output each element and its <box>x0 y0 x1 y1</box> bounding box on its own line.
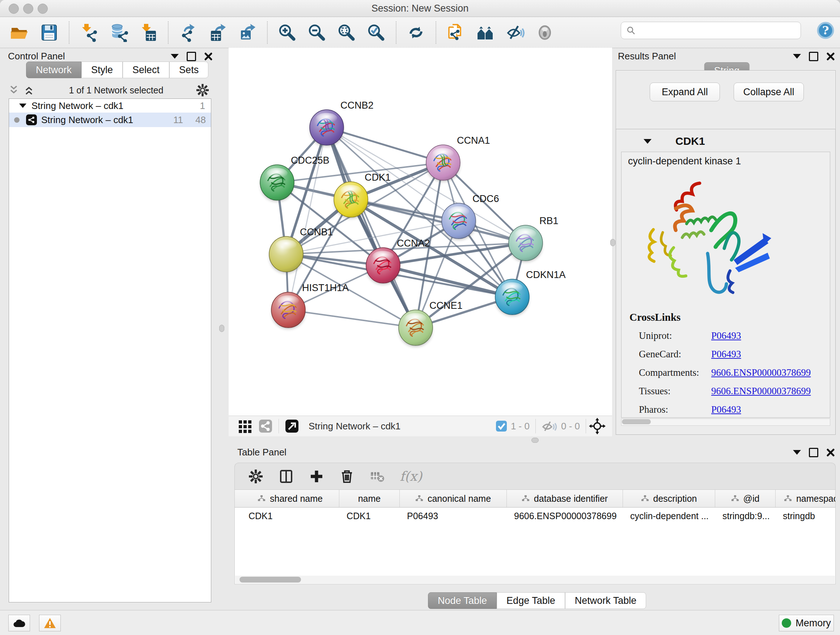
crosslink-value-link[interactable]: 9606.ENSP00000378699 <box>711 367 811 378</box>
zoom-fit-icon <box>337 23 356 42</box>
search-box[interactable] <box>621 22 801 39</box>
network-list: String Network – cdk1 1 String Network –… <box>9 98 211 602</box>
results-horizontal-scrollbar[interactable] <box>621 418 830 426</box>
node-CCNE1[interactable] <box>399 310 433 347</box>
column-header-namespace[interactable]: namespace <box>775 490 836 507</box>
tab-style[interactable]: Style <box>81 62 123 78</box>
node-CDK1[interactable] <box>334 182 368 218</box>
delete-column-trash-icon[interactable] <box>339 469 355 485</box>
zoom-selected-button[interactable] <box>366 22 386 43</box>
network-share-view-icon[interactable] <box>258 419 273 433</box>
export-table-button[interactable] <box>208 22 228 43</box>
table-settings-gear-icon[interactable] <box>248 469 264 485</box>
results-panel-collapse-icon[interactable] <box>793 54 801 59</box>
node-label-CCNA1: CCNA1 <box>457 135 490 146</box>
collapse-all-networks-icon[interactable] <box>9 85 21 96</box>
show-columns-icon[interactable] <box>278 469 294 485</box>
hide-selected-button[interactable] <box>505 22 525 43</box>
crosslink-row: Pharos:P06493 <box>639 404 827 415</box>
tab-select[interactable]: Select <box>123 62 169 78</box>
import-network-from-database-button[interactable] <box>109 22 129 43</box>
node-CCNA2[interactable] <box>366 248 400 284</box>
zoom-in-icon <box>278 23 297 42</box>
zoom-in-button[interactable] <box>277 22 297 43</box>
first-neighbors-button[interactable] <box>475 22 496 43</box>
crosslink-value-link[interactable]: P06493 <box>711 404 741 415</box>
grid-view-icon[interactable] <box>238 419 253 433</box>
expand-all-button[interactable]: Expand All <box>650 82 720 101</box>
export-image-button[interactable] <box>237 22 257 43</box>
protein-collapse-icon[interactable] <box>644 139 652 144</box>
network-row-selected[interactable]: String Network – cdk1 1148 <box>9 112 211 127</box>
results-panel-close-icon[interactable] <box>826 52 835 61</box>
node-CCNB1[interactable] <box>269 236 303 273</box>
memory-button[interactable]: Memory <box>779 615 834 631</box>
import-table-button[interactable] <box>138 22 158 43</box>
column-header-canonical-name[interactable]: canonical name <box>400 490 507 507</box>
left-splitter-handle[interactable] <box>219 325 224 332</box>
crosslink-value-link[interactable]: P06493 <box>711 330 741 341</box>
column-header-database-identifier[interactable]: database identifier <box>507 490 623 507</box>
column-header-description[interactable]: description <box>623 490 715 507</box>
expand-all-networks-icon[interactable] <box>24 85 36 96</box>
help-button[interactable]: ? <box>816 21 835 40</box>
network-graph[interactable]: CCNB2CCNA1CDC25BCDK1CDC6RB1CCNB1CCNA2CDK… <box>229 48 612 416</box>
column-header-shared-name[interactable]: shared name <box>241 490 339 507</box>
new-network-from-selection-button[interactable] <box>446 22 466 43</box>
cloud-status-button[interactable] <box>8 615 30 631</box>
node-RB1[interactable] <box>508 225 543 262</box>
export-network-button[interactable] <box>178 22 198 43</box>
zoom-out-button[interactable] <box>307 22 327 43</box>
column-header--id[interactable]: @id <box>715 490 775 507</box>
crosslink-value-link[interactable]: 9606.ENSP00000378699 <box>711 386 811 397</box>
warnings-button[interactable] <box>39 615 61 631</box>
table-row[interactable]: CDK1CDK1P064939606.ENSP00000378699cyclin… <box>235 507 835 524</box>
table-panel-float-icon[interactable] <box>809 448 818 457</box>
search-input[interactable] <box>636 25 801 36</box>
node-CDKN1A[interactable] <box>495 279 529 316</box>
save-session-button[interactable] <box>39 22 59 43</box>
apply-layout-button[interactable] <box>406 22 426 43</box>
edge-CCNB2-CCNA1[interactable] <box>327 127 443 163</box>
edge-CCNB2-CCNE1[interactable] <box>327 127 416 328</box>
results-panel-float-icon[interactable] <box>809 52 818 61</box>
edge-HIST1H1A-CCNE1[interactable] <box>288 310 416 328</box>
selected-items-checkbox-icon[interactable] <box>496 420 507 432</box>
network-view-toolbar: String Network – cdk1 1 - 0 0 - 0 <box>229 416 612 436</box>
table-panel-collapse-icon[interactable] <box>793 450 801 455</box>
tab-network[interactable]: Network <box>26 62 81 78</box>
table-toolbar: f(x) <box>234 463 836 489</box>
hidden-items-eye-icon <box>542 420 557 432</box>
table-panel-close-icon[interactable] <box>826 448 835 457</box>
control-panel-close-icon[interactable] <box>204 52 213 61</box>
control-panel-collapse-icon[interactable] <box>171 54 179 59</box>
show-all-button[interactable] <box>535 22 555 43</box>
table-horizontal-scrollbar[interactable] <box>235 576 835 584</box>
open-in-new-window-icon[interactable] <box>285 419 299 433</box>
column-header-name[interactable]: name <box>339 490 400 507</box>
collapse-all-button[interactable]: Collapse All <box>734 82 804 101</box>
zoom-fit-button[interactable] <box>336 22 357 43</box>
node-CCNB2[interactable] <box>309 110 344 146</box>
birdseye-navigator-icon[interactable] <box>589 418 606 434</box>
node-CDC6[interactable] <box>442 203 476 240</box>
bottom-splitter-handle[interactable] <box>531 438 538 443</box>
open-session-button[interactable] <box>9 22 30 43</box>
network-options-gear-icon[interactable] <box>196 84 209 97</box>
node-CCNA1[interactable] <box>426 145 460 181</box>
node-table[interactable]: shared namenamecanonical namedatabase id… <box>234 489 836 584</box>
node-CDC25B[interactable] <box>260 165 294 201</box>
add-column-icon[interactable] <box>309 469 325 485</box>
tab-network-table[interactable]: Network Table <box>565 592 646 609</box>
tab-node-table[interactable]: Node Table <box>428 592 497 609</box>
node-HIST1H1A[interactable] <box>271 292 305 329</box>
tree-expander-icon[interactable] <box>19 103 27 108</box>
tab-sets[interactable]: Sets <box>169 62 208 78</box>
network-row-label: String Network – cdk1 <box>41 114 133 126</box>
network-view[interactable]: CCNB2CCNA1CDC25BCDK1CDC6RB1CCNB1CCNA2CDK… <box>229 48 612 436</box>
import-network-from-file-button[interactable] <box>79 22 99 43</box>
tab-edge-table[interactable]: Edge Table <box>497 592 565 609</box>
crosslink-value-link[interactable]: P06493 <box>711 348 741 360</box>
network-collection-row[interactable]: String Network – cdk1 1 <box>9 99 211 112</box>
control-panel-float-icon[interactable] <box>187 52 196 61</box>
